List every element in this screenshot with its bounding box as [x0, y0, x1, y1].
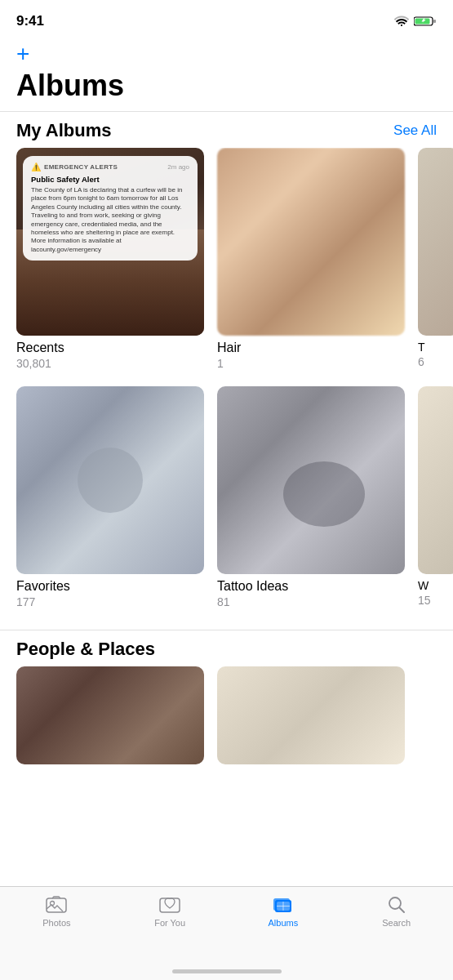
album-name-partial-2: W: [418, 579, 453, 592]
add-button[interactable]: +: [16, 41, 29, 66]
hair-thumbnail: [217, 148, 405, 336]
tab-search[interactable]: Search: [340, 895, 453, 928]
for-you-icon: [158, 895, 181, 915]
albums-row-1: ⚠️ EMERGENCY ALERTS 2m ago Public Safety…: [0, 148, 453, 625]
tab-photos-label: Photos: [42, 918, 70, 928]
alert-body: The County of LA is declaring that a cur…: [31, 186, 189, 254]
album-partial-2[interactable]: W 15: [418, 386, 453, 608]
albums-row-2-container: Favorites 177 Tattoo Ideas 81 W 15: [16, 386, 437, 608]
people-places-title: People & Places: [16, 639, 155, 660]
person-album-1[interactable]: [16, 666, 204, 764]
album-name-partial-1: T: [418, 341, 453, 354]
albums-icon: [272, 895, 295, 915]
album-count-tattoo: 81: [217, 595, 405, 608]
people-places-section: People & Places: [0, 630, 453, 764]
recents-thumbnail: ⚠️ EMERGENCY ALERTS 2m ago Public Safety…: [16, 148, 204, 336]
my-albums-title: My Albums: [16, 120, 112, 141]
wifi-icon: [394, 16, 409, 27]
people-places-header: People & Places: [0, 630, 453, 666]
album-name-tattoo: Tattoo Ideas: [217, 579, 405, 594]
tab-albums-label: Albums: [269, 918, 299, 928]
see-all-button[interactable]: See All: [393, 122, 437, 139]
album-recents[interactable]: ⚠️ EMERGENCY ALERTS 2m ago Public Safety…: [16, 148, 204, 370]
album-count-partial-2: 15: [418, 594, 453, 607]
svg-rect-3: [47, 898, 66, 912]
status-icons: [394, 16, 437, 27]
my-albums-section: My Albums See All ⚠️ EMERGENCY ALERTS 2m…: [0, 111, 453, 625]
alert-title: EMERGENCY ALERTS: [44, 163, 164, 171]
alert-time: 2m ago: [167, 163, 189, 171]
tab-search-label: Search: [382, 918, 411, 928]
battery-icon: [414, 16, 437, 27]
album-name-recents: Recents: [16, 341, 204, 355]
album-partial-1[interactable]: T 6: [418, 148, 453, 370]
svg-point-4: [51, 902, 55, 906]
favorites-thumbnail: [16, 386, 204, 574]
album-count-favorites: 177: [16, 595, 204, 608]
alert-warning-icon: ⚠️: [31, 163, 41, 172]
emergency-alert-overlay: ⚠️ EMERGENCY ALERTS 2m ago Public Safety…: [23, 156, 198, 261]
tab-albums[interactable]: Albums: [227, 895, 340, 928]
album-count-partial-1: 6: [418, 355, 453, 368]
person-album-2[interactable]: [217, 666, 405, 764]
my-albums-header: My Albums See All: [0, 111, 453, 148]
status-bar: 9:41: [0, 0, 453, 36]
album-name-hair: Hair: [217, 341, 405, 355]
alert-headline: Public Safety Alert: [31, 175, 189, 184]
album-tattoo[interactable]: Tattoo Ideas 81: [217, 386, 405, 608]
home-indicator: [172, 969, 282, 973]
album-name-favorites: Favorites: [16, 579, 204, 594]
page-title: Albums: [16, 69, 437, 103]
photos-icon: [45, 895, 68, 915]
svg-rect-2: [433, 20, 436, 23]
album-count-hair: 1: [217, 357, 405, 370]
album-hair[interactable]: Hair 1: [217, 148, 405, 370]
status-time: 9:41: [16, 13, 44, 29]
page-title-area: Albums: [0, 65, 453, 111]
album-count-recents: 30,801: [16, 357, 204, 370]
people-scroll: [0, 666, 453, 764]
tab-photos[interactable]: Photos: [0, 895, 113, 928]
search-icon: [385, 895, 408, 915]
svg-line-12: [399, 908, 404, 913]
tab-for-you-label: For You: [154, 918, 185, 928]
svg-rect-5: [160, 898, 180, 912]
tattoo-thumbnail: [217, 386, 405, 574]
tab-for-you[interactable]: For You: [113, 895, 227, 928]
tab-bar: Photos For You Albums: [0, 886, 453, 980]
album-favorites[interactable]: Favorites 177: [16, 386, 204, 608]
top-nav: +: [0, 36, 453, 65]
